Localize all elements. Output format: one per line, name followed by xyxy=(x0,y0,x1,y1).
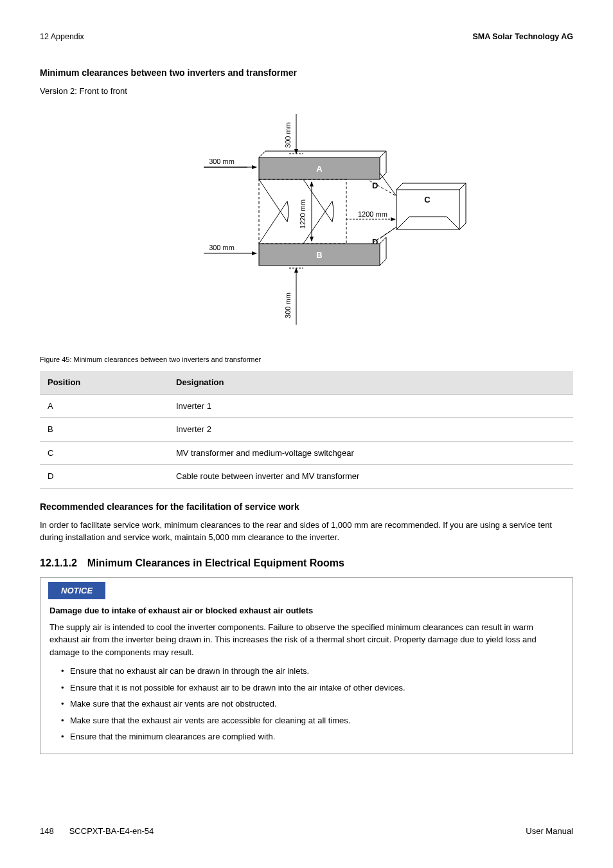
page-footer: 148 SCCPXT-BA-E4-en-54 User Manual xyxy=(40,825,573,838)
section-heading: 12.1.1.2 Minimum Clearances in Electrica… xyxy=(40,556,573,571)
svg-text:C: C xyxy=(424,195,431,204)
clearances-diagram-svg: 300 mm A 300 mm 1220 mm D D xyxy=(139,106,474,344)
svg-line-30 xyxy=(396,183,403,190)
figure-caption: Figure 45: Minimum clearances between tw… xyxy=(40,354,573,365)
list-item: Ensure that no exhaust air can be drawn … xyxy=(61,665,564,678)
svg-line-4 xyxy=(259,151,265,158)
svg-line-31 xyxy=(459,183,466,190)
svg-text:1200 mm: 1200 mm xyxy=(358,210,387,218)
page-header: 12 Appendix SMA Solar Technology AG xyxy=(40,31,573,43)
header-right: SMA Solar Technology AG xyxy=(473,31,574,43)
recommended-clearances-text: In order to facilitate service work, min… xyxy=(40,519,573,544)
svg-line-32 xyxy=(459,223,466,230)
table-row: C MV transformer and medium-voltage swit… xyxy=(40,441,573,465)
notice-heading: Damage due to intake of exhaust air or b… xyxy=(49,604,564,617)
list-item: Ensure that the minimum clearances are c… xyxy=(61,730,564,743)
svg-text:300 mm: 300 mm xyxy=(284,122,292,148)
notice-paragraph: The supply air is intended to cool the i… xyxy=(49,621,564,659)
heading-min-clearances: Minimum clearances between two inverters… xyxy=(40,66,573,80)
svg-text:300 mm: 300 mm xyxy=(209,158,235,165)
svg-text:300 mm: 300 mm xyxy=(284,293,292,318)
list-item: Ensure that it is not possible for exhau… xyxy=(61,682,564,694)
position-table: Position Designation A Inverter 1 B Inve… xyxy=(40,371,573,489)
svg-line-5 xyxy=(380,151,386,158)
svg-text:300 mm: 300 mm xyxy=(209,244,235,251)
footer-right: User Manual xyxy=(526,825,573,838)
svg-text:B: B xyxy=(316,250,322,260)
heading-recommended-clearances: Recommended clearances for the facilitat… xyxy=(40,500,573,514)
svg-line-22 xyxy=(380,173,396,196)
table-header-position: Position xyxy=(40,371,168,394)
svg-text:D: D xyxy=(372,181,378,190)
notice-label: NOTICE xyxy=(48,582,105,600)
header-left: 12 Appendix xyxy=(40,31,84,43)
table-row: B Inverter 2 xyxy=(40,418,573,442)
figure-clearances: 300 mm A 300 mm 1220 mm D D xyxy=(40,106,573,348)
svg-text:1220 mm: 1220 mm xyxy=(299,199,306,229)
svg-line-16 xyxy=(303,179,332,222)
svg-line-17 xyxy=(303,201,332,244)
list-item: Make sure that the exhaust air vents are… xyxy=(61,714,564,727)
svg-line-41 xyxy=(380,259,386,266)
table-header-designation: Designation xyxy=(168,371,573,394)
table-row: A Inverter 1 xyxy=(40,394,573,418)
notice-box: NOTICE Damage due to intake of exhaust a… xyxy=(40,577,573,754)
footer-doc-code: SCCPXT-BA-E4-en-54 xyxy=(69,825,154,838)
version-text: Version 2: Front to front xyxy=(40,85,573,98)
list-item: Make sure that the exhaust air vents are… xyxy=(61,698,564,710)
svg-line-14 xyxy=(259,179,287,222)
table-row: D Cable route between inverter and MV tr… xyxy=(40,465,573,489)
svg-line-15 xyxy=(259,201,287,244)
footer-page-number: 148 xyxy=(40,825,54,838)
svg-text:A: A xyxy=(316,164,323,174)
notice-list: Ensure that no exhaust air can be drawn … xyxy=(49,665,564,743)
